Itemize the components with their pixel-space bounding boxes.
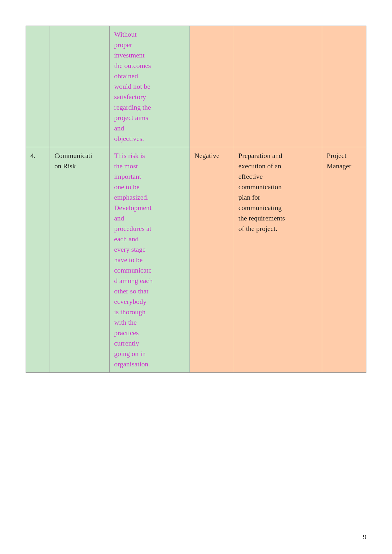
cell-owner-4: Project Manager <box>322 147 366 373</box>
cell-mitigation-4: Preparation and execution of an effectiv… <box>234 147 322 373</box>
cell-type-4-text: Negative <box>194 152 219 160</box>
cell-name-prev <box>50 26 110 147</box>
cell-name-4: Communicati on Risk <box>50 147 110 373</box>
cell-owner-prev <box>322 26 366 147</box>
cell-num-prev <box>26 26 50 147</box>
table-row-prev: Without proper investment the outcomes o… <box>26 26 366 147</box>
risk-table: Without proper investment the outcomes o… <box>26 26 366 373</box>
cell-desc-prev: Without proper investment the outcomes o… <box>110 26 190 147</box>
cell-desc-4-text: This risk is the most important one to b… <box>114 152 153 368</box>
cell-owner-4-text: Project Manager <box>327 152 351 170</box>
table-row-4: 4. Communicati on Risk This risk is the … <box>26 147 366 373</box>
cell-num-4-text: 4. <box>30 152 36 160</box>
cell-type-4: Negative <box>190 147 234 373</box>
cell-desc-prev-text: Without proper investment the outcomes o… <box>114 30 151 142</box>
cell-desc-4: This risk is the most important one to b… <box>110 147 190 373</box>
cell-num-4: 4. <box>26 147 50 373</box>
page: Without proper investment the outcomes o… <box>0 0 392 554</box>
cell-mitigation-prev <box>234 26 322 147</box>
cell-mitigation-4-text: Preparation and execution of an effectiv… <box>238 152 285 232</box>
cell-type-prev <box>190 26 234 147</box>
cell-name-4-text: Communicati on Risk <box>54 152 92 170</box>
page-number: 9 <box>363 533 366 541</box>
